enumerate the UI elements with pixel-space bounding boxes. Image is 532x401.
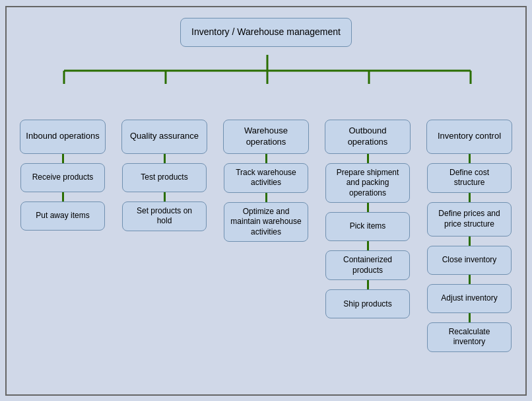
node-pick-items: Pick items	[325, 212, 410, 241]
node-set-products-hold: Set products on hold	[122, 201, 207, 231]
node-recalculate-inventory: Recalculate inventory	[427, 322, 512, 352]
connector-line	[62, 192, 64, 201]
node-optimize-warehouse: Optimize and maintain warehouse activiti…	[224, 202, 308, 242]
node-define-cost: Define cost structure	[427, 163, 512, 193]
connector-line	[469, 313, 471, 322]
connector-line	[469, 154, 471, 163]
connector-line	[367, 241, 369, 250]
connector-line	[367, 154, 369, 163]
node-prepare-shipment: Prepare shipment and packing operations	[325, 163, 410, 203]
connector-line	[469, 275, 471, 284]
node-inventory-control: Inventory control	[426, 120, 512, 154]
node-track-warehouse: Track warehouse activities	[224, 163, 308, 193]
col-inbound: Inbound operations Receive products Put …	[13, 120, 112, 352]
connector-line	[265, 154, 267, 163]
connector-line	[164, 154, 166, 163]
node-ship-products: Ship products	[325, 289, 410, 318]
node-inbound-operations: Inbound operations	[20, 120, 106, 154]
connector-line	[469, 193, 471, 202]
node-test-products: Test products	[122, 163, 207, 192]
connector-line	[367, 280, 369, 289]
diagram-container: Inventory / Warehouse management Inbound…	[5, 6, 527, 396]
col-outbound: Outbound operations Prepare shipment and…	[318, 120, 417, 352]
node-containerized-products: Containerized products	[325, 250, 410, 280]
col-warehouse: Warehouse operations Track warehouse act…	[216, 120, 316, 352]
root-node: Inventory / Warehouse management	[180, 18, 352, 47]
connector-line	[469, 237, 471, 246]
connector-line	[62, 154, 64, 163]
node-adjust-inventory: Adjust inventory	[427, 284, 512, 313]
node-define-prices: Define prices and price structure	[427, 202, 512, 237]
node-outbound-operations: Outbound operations	[325, 120, 411, 154]
node-warehouse-operations: Warehouse operations	[223, 120, 309, 154]
node-receive-products: Receive products	[20, 163, 105, 192]
node-quality-assurance: Quality assurance	[121, 120, 207, 154]
node-put-away-items: Put away items	[20, 201, 105, 231]
connector-line	[164, 192, 166, 201]
node-close-inventory: Close inventory	[427, 246, 512, 275]
col-inventory: Inventory control Define cost structure …	[420, 120, 519, 352]
connector-line	[367, 203, 369, 212]
col-quality: Quality assurance Test products Set prod…	[115, 120, 214, 352]
connector-line	[265, 193, 267, 202]
org-chart: Inventory / Warehouse management Inbound…	[13, 18, 519, 352]
